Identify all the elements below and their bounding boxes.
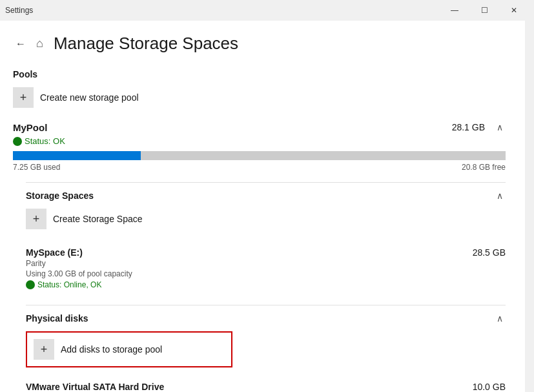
back-button[interactable]: ← (13, 36, 28, 52)
space-status-text: Status: Online, OK (37, 280, 101, 289)
page-header: ← ⌂ Manage Storage Spaces (13, 34, 506, 54)
physical-disks-title: Physical disks (26, 313, 88, 324)
pool-header-right: 28.1 GB ∧ (452, 121, 506, 134)
pool-used-label: 7.25 GB used (13, 163, 60, 172)
storage-spaces-collapse-button[interactable]: ∧ (494, 189, 506, 202)
storage-spaces-header: Storage Spaces ∧ (26, 182, 506, 209)
pool-progress-fill (13, 151, 141, 160)
pool-collapse-button[interactable]: ∧ (494, 121, 506, 134)
space-type: Parity (26, 259, 506, 268)
space-size: 28.5 GB (473, 247, 506, 258)
add-disks-row[interactable]: + Add disks to storage pool (26, 331, 232, 367)
maximize-button[interactable]: ☐ (469, 0, 499, 21)
space-status-icon (26, 280, 35, 289)
pool-size: 28.1 GB (452, 122, 485, 132)
main-content: ← ⌂ Manage Storage Spaces Pools + Create… (0, 21, 525, 392)
create-pool-label: Create new storage pool (40, 92, 139, 103)
space-item-header: MySpace (E:) 28.5 GB (26, 247, 506, 258)
pool-status: Status: OK (13, 136, 506, 146)
disk-item: VMware Virtual SATA Hard Drive 10.0 GB D… (26, 378, 506, 392)
scrollbar[interactable] (525, 21, 534, 392)
pool-status-icon (13, 137, 22, 146)
pool-header: MyPool 28.1 GB ∧ (13, 121, 506, 134)
disk-size: 10.0 GB (473, 382, 506, 392)
close-button[interactable]: ✕ (499, 0, 529, 21)
physical-disks-header: Physical disks ∧ (26, 305, 506, 331)
disk-item-header: VMware Virtual SATA Hard Drive 10.0 GB (26, 382, 506, 392)
physical-disks-section: Physical disks ∧ + Add disks to storage … (13, 305, 506, 392)
title-bar-controls: — ☐ ✕ (440, 0, 529, 21)
space-using: Using 3.00 GB of pool capacity (26, 269, 506, 278)
pool-progress-bar (13, 151, 506, 160)
create-space-label: Create Storage Space (53, 214, 143, 224)
create-pool-row[interactable]: + Create new storage pool (13, 87, 506, 108)
pool-progress-labels: 7.25 GB used 20.8 GB free (13, 163, 506, 172)
physical-disks-collapse-button[interactable]: ∧ (494, 312, 506, 325)
pool-name: MyPool (13, 122, 47, 133)
create-pool-button[interactable]: + (13, 87, 34, 108)
space-name: MySpace (E:) (26, 247, 83, 258)
storage-spaces-section: Storage Spaces ∧ + Create Storage Space … (13, 182, 506, 294)
title-bar-title: Settings (5, 6, 33, 15)
pools-section: Pools + Create new storage pool MyPool 2… (13, 69, 506, 392)
back-icon: ← (15, 38, 26, 49)
space-status: Status: Online, OK (26, 280, 506, 289)
title-bar-left: Settings (5, 6, 33, 15)
pools-heading: Pools (13, 69, 506, 79)
add-disks-button[interactable]: + (34, 339, 54, 360)
title-bar: Settings — ☐ ✕ (0, 0, 534, 21)
content-area: ← ⌂ Manage Storage Spaces Pools + Create… (0, 21, 534, 392)
create-space-button[interactable]: + (26, 209, 46, 229)
page-title: Manage Storage Spaces (54, 34, 238, 54)
disk-name: VMware Virtual SATA Hard Drive (26, 382, 164, 392)
add-disks-label: Add disks to storage pool (61, 344, 162, 355)
minimize-button[interactable]: — (440, 0, 469, 21)
pool-free-label: 20.8 GB free (462, 163, 506, 172)
home-icon: ⌂ (36, 37, 43, 50)
pool-block: MyPool 28.1 GB ∧ Status: OK 7.25 GB used… (13, 121, 506, 392)
space-item: MySpace (E:) 28.5 GB Parity Using 3.00 G… (26, 242, 506, 294)
pool-status-text: Status: OK (25, 136, 65, 146)
create-space-row[interactable]: + Create Storage Space (26, 209, 506, 229)
storage-spaces-title: Storage Spaces (26, 191, 94, 201)
